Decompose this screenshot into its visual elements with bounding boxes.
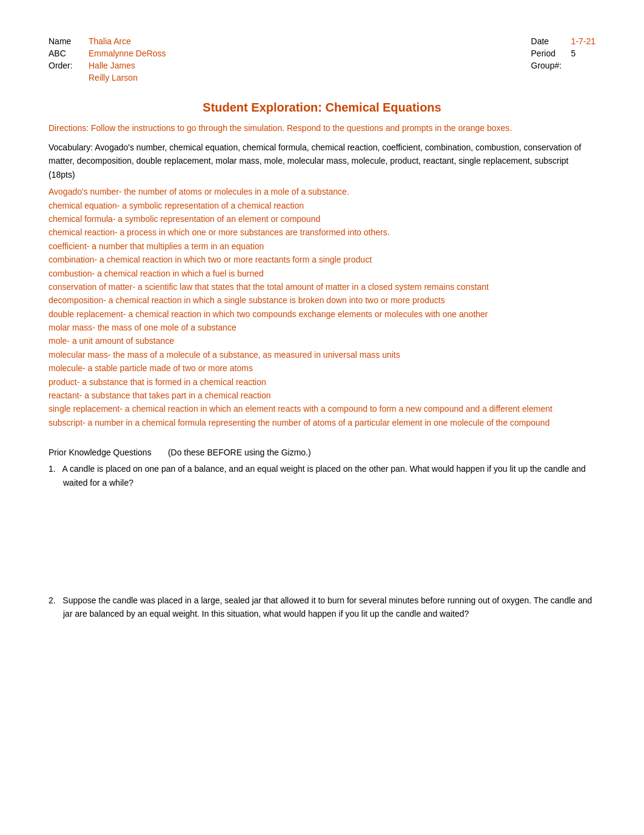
vocabulary-block: Vocabulary: Avogado's number, chemical e… (49, 141, 595, 429)
group-label: Group#: (531, 61, 562, 70)
vocab-item-2: chemical formula- a symbolic representat… (49, 212, 595, 226)
header-row-name: Name Thalia Arce (49, 36, 166, 46)
vocab-item-10: molar mass- the mass of one mole of a su… (49, 321, 595, 334)
vocab-list: Avogado's number- the number of atoms or… (49, 185, 595, 429)
header-right: Date 1-7-21 Period 5 Group#: (531, 36, 595, 82)
question-1-number: 1. (49, 464, 56, 474)
question-2-text: Suppose the candle was placed in a large… (62, 595, 592, 619)
title-section: Student Exploration: Chemical Equations (49, 101, 595, 115)
name-value-1: Thalia Arce (89, 36, 131, 46)
question-1-spacer (49, 497, 595, 594)
header-period-row: Period 5 (531, 49, 595, 58)
header-left: Name Thalia Arce ABC Emmalynne DeRoss Or… (49, 36, 166, 82)
vocab-intro: Vocabulary: Avogado's number, chemical e… (49, 143, 581, 179)
vocab-item-3: chemical reaction- a process in which on… (49, 226, 595, 239)
question-1-text: A candle is placed on one pan of a balan… (62, 464, 586, 487)
main-title: Student Exploration: Chemical Equations (49, 101, 595, 115)
name-value-4: Reilly Larson (89, 73, 138, 82)
abc-label: ABC (49, 49, 79, 58)
vocab-item-8: decomposition- a chemical reaction in wh… (49, 293, 595, 307)
vocab-item-12: molecular mass- the mass of a molecule o… (49, 348, 595, 361)
question-1: 1. A candle is placed on one pan of a ba… (49, 462, 595, 489)
vocab-item-7: conservation of matter- a scientific law… (49, 280, 595, 293)
question-2: 2. Suppose the candle was placed in a la… (49, 594, 595, 621)
header-section: Name Thalia Arce ABC Emmalynne DeRoss Or… (49, 36, 595, 82)
header-row-order: Order: Halle James (49, 61, 166, 70)
vocab-item-4: coefficient- a number that multiplies a … (49, 240, 595, 253)
prior-knowledge-header: Prior Knowledge Questions (49, 448, 152, 457)
name-value-2: Emmalynne DeRoss (89, 49, 166, 58)
vocab-item-1: chemical equation- a symbolic representa… (49, 199, 595, 212)
vocab-item-16: single replacement- a chemical reaction … (49, 402, 595, 415)
question-2-number: 2. (49, 595, 56, 605)
header-date-row: Date 1-7-21 (531, 36, 595, 46)
period-label: Period (531, 49, 562, 58)
name-label: Name (49, 36, 79, 46)
header-row-name4: Reilly Larson (49, 73, 166, 82)
vocab-item-0: Avogado's number- the number of atoms or… (49, 185, 595, 198)
order-label: Order: (49, 61, 79, 70)
date-label: Date (531, 36, 562, 46)
vocab-item-13: molecule- a stable particle made of two … (49, 361, 595, 375)
name-value-3: Halle James (89, 61, 135, 70)
period-value: 5 (571, 49, 576, 58)
date-value: 1-7-21 (571, 36, 595, 46)
vocab-item-14: product- a substance that is formed in a… (49, 375, 595, 389)
header-group-row: Group#: (531, 61, 595, 70)
vocab-item-15: reactant- a substance that takes part in… (49, 389, 595, 402)
header-row-abc: ABC Emmalynne DeRoss (49, 49, 166, 58)
prior-knowledge-title: Prior Knowledge Questions (Do these BEFO… (49, 448, 595, 457)
vocab-item-9: double replacement- a chemical reaction … (49, 307, 595, 321)
vocab-item-5: combination- a chemical reaction in whic… (49, 253, 595, 266)
name4-spacer (49, 73, 79, 82)
vocab-item-6: combustion- a chemical reaction in which… (49, 267, 595, 280)
directions: Directions: Follow the instructions to g… (49, 122, 595, 135)
vocab-item-17: subscript- a number in a chemical formul… (49, 416, 595, 429)
vocab-item-11: mole- a unit amount of substance (49, 334, 595, 347)
prior-knowledge-subtitle: (Do these BEFORE using the Gizmo.) (168, 448, 311, 457)
